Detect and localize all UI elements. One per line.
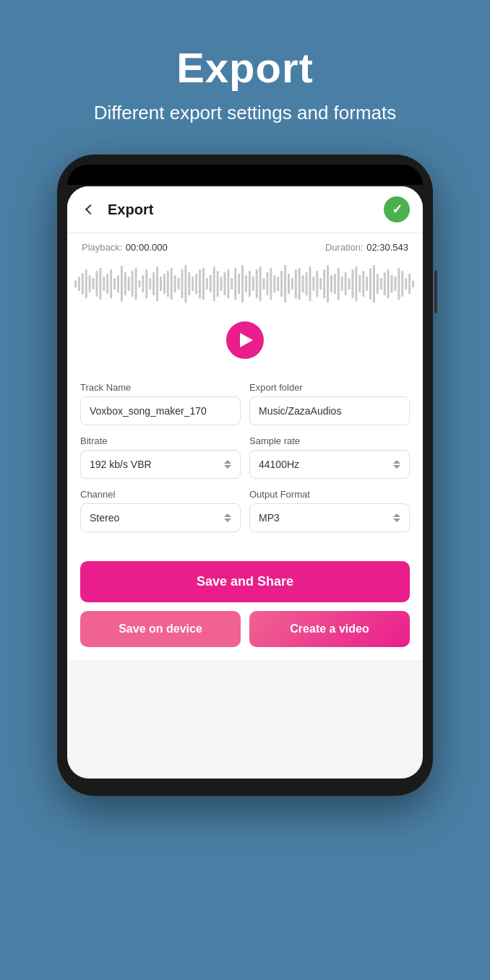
bitrate-group: Bitrate 192 kb/s VBR [80, 435, 241, 479]
track-name-input[interactable] [80, 396, 241, 425]
channel-format-row: Channel Stereo Output Format MP3 [80, 489, 410, 532]
svg-rect-75 [341, 277, 343, 291]
svg-rect-87 [384, 272, 386, 295]
confirm-button[interactable]: ✓ [384, 196, 410, 222]
duration-label: Duration: [325, 242, 364, 253]
export-folder-label: Export folder [249, 382, 410, 393]
svg-rect-85 [377, 274, 379, 294]
svg-rect-19 [142, 275, 144, 292]
export-folder-input[interactable] [249, 396, 410, 425]
svg-rect-11 [113, 278, 116, 290]
arrow-down-icon [224, 519, 231, 522]
output-format-value: MP3 [259, 512, 280, 524]
back-button[interactable] [80, 199, 100, 220]
arrow-down-icon [393, 465, 400, 469]
channel-select[interactable]: Stereo [80, 503, 241, 532]
svg-rect-30 [181, 269, 184, 298]
svg-rect-88 [387, 269, 390, 298]
svg-rect-51 [256, 269, 258, 298]
svg-rect-4 [89, 275, 91, 292]
svg-rect-84 [373, 265, 375, 303]
svg-rect-92 [401, 271, 403, 297]
svg-rect-40 [217, 271, 219, 297]
name-folder-row: Track Name Export folder [80, 382, 410, 425]
save-share-button[interactable]: Save and Share [80, 561, 410, 602]
arrow-up-icon [393, 513, 400, 517]
svg-rect-0 [74, 280, 77, 287]
svg-rect-91 [397, 268, 400, 300]
create-video-button[interactable]: Create a video [249, 611, 410, 647]
svg-rect-39 [213, 266, 215, 301]
play-button[interactable] [226, 321, 264, 359]
svg-rect-34 [195, 274, 197, 294]
svg-rect-10 [110, 269, 112, 298]
svg-rect-29 [178, 278, 180, 290]
svg-rect-28 [174, 275, 176, 292]
svg-rect-86 [380, 278, 382, 290]
svg-rect-67 [312, 277, 314, 291]
app-topbar: Export ✓ [67, 186, 423, 233]
svg-rect-37 [206, 278, 208, 290]
side-button [434, 270, 437, 313]
svg-rect-80 [358, 275, 361, 292]
svg-rect-16 [132, 271, 134, 297]
form-section: Track Name Export folder Bitrate 192 kb/… [67, 370, 423, 554]
playback-bar: Playback: 00:00.000 Duration: 02:30.543 [67, 233, 423, 258]
svg-rect-63 [298, 268, 301, 300]
arrow-up-icon [224, 460, 231, 464]
svg-rect-43 [227, 269, 229, 298]
waveform-svg [74, 262, 416, 305]
svg-rect-73 [334, 274, 336, 294]
phone-screen: Export ✓ Playback: 00:00.000 Duration: 0… [67, 186, 423, 779]
svg-rect-48 [245, 275, 247, 292]
svg-rect-54 [267, 272, 269, 295]
svg-rect-13 [121, 266, 123, 302]
bitrate-select[interactable]: 192 kb/s VBR [80, 450, 241, 479]
phone-notch-bar [67, 165, 423, 185]
svg-rect-74 [338, 268, 340, 300]
svg-rect-89 [391, 275, 393, 292]
svg-rect-61 [291, 278, 293, 290]
hero-title: Export [176, 43, 314, 92]
output-format-group: Output Format MP3 [249, 489, 410, 532]
svg-rect-35 [199, 269, 201, 298]
svg-rect-77 [348, 278, 351, 290]
hero-subtitle: Different export settings and formats [94, 100, 397, 126]
arrow-down-icon [393, 519, 400, 522]
svg-rect-76 [345, 272, 347, 295]
svg-rect-90 [395, 277, 397, 291]
waveform-container [67, 258, 423, 316]
svg-rect-94 [408, 274, 411, 294]
svg-rect-72 [330, 275, 332, 292]
play-icon [240, 333, 253, 347]
svg-rect-55 [270, 268, 272, 300]
svg-rect-5 [93, 278, 95, 290]
sample-rate-arrows [393, 460, 400, 469]
svg-rect-25 [163, 274, 166, 294]
output-format-label: Output Format [249, 489, 410, 500]
track-name-label: Track Name [80, 382, 241, 393]
btn-row: Save on device Create a video [80, 611, 410, 647]
svg-rect-79 [355, 266, 357, 301]
svg-rect-3 [85, 269, 87, 298]
svg-rect-45 [234, 268, 236, 300]
svg-rect-62 [295, 269, 297, 298]
svg-rect-1 [78, 277, 80, 291]
arrow-up-icon [393, 460, 400, 464]
svg-rect-22 [152, 272, 155, 295]
output-format-select[interactable]: MP3 [249, 503, 410, 532]
save-device-button[interactable]: Save on device [80, 611, 241, 647]
svg-rect-12 [117, 275, 119, 292]
svg-rect-64 [302, 275, 304, 292]
sample-rate-select[interactable]: 44100Hz [249, 450, 410, 479]
play-btn-container [67, 316, 423, 370]
svg-rect-36 [202, 268, 205, 300]
svg-rect-18 [139, 280, 141, 287]
svg-rect-38 [210, 275, 212, 292]
svg-rect-70 [323, 269, 325, 298]
svg-rect-23 [156, 266, 158, 301]
bottom-space [67, 660, 423, 718]
svg-rect-71 [327, 265, 329, 303]
btn-section: Save and Share Save on device Create a v… [67, 554, 423, 660]
svg-rect-2 [82, 273, 84, 295]
